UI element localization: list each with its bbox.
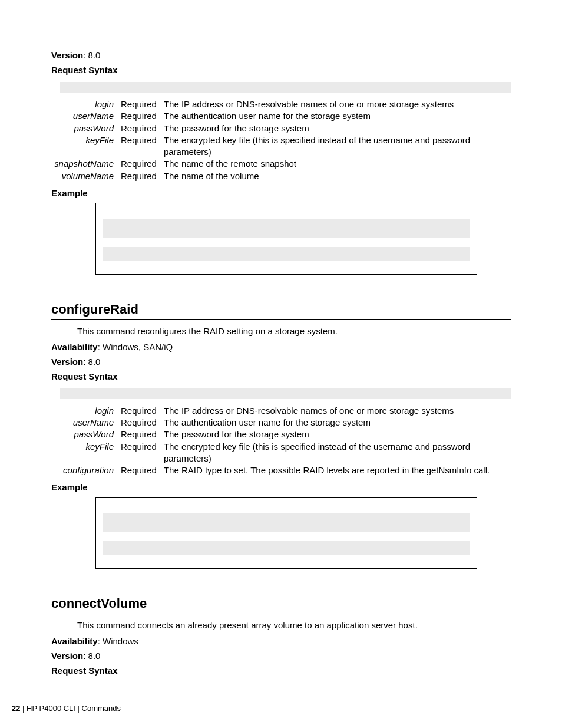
availability-value: : Windows, SAN/iQ	[98, 342, 173, 352]
table-row: userName Required The authentication use…	[51, 417, 496, 429]
table-row: passWord Required The password for the s…	[51, 123, 496, 134]
param-description: The password for the storage system	[160, 123, 496, 134]
version-value: : 8.0	[83, 651, 100, 661]
example-box	[95, 497, 477, 569]
example-placeholder-bar	[103, 219, 470, 238]
table-row: keyFile Required The encrypted key file …	[51, 441, 496, 465]
version-value: : 8.0	[83, 50, 100, 60]
table-row: snapshotName Required The name of the re…	[51, 158, 496, 170]
example-box	[95, 203, 477, 275]
param-description: The authentication user name for the sto…	[160, 417, 496, 429]
example-placeholder-bar	[103, 247, 470, 261]
param-name: login	[51, 405, 117, 417]
param-description: The RAID type to set. The possible RAID …	[160, 465, 496, 476]
param-required: Required	[117, 134, 160, 159]
param-description: The encrypted key file (this is specifie…	[160, 134, 496, 159]
version-line: Version: 8.0	[51, 357, 511, 367]
param-description: The encrypted key file (this is specifie…	[160, 441, 496, 465]
param-name: volumeName	[51, 170, 117, 182]
footer-sep: |	[75, 704, 82, 713]
availability-line: Availability: Windows	[51, 636, 511, 646]
example-label: Example	[51, 188, 511, 198]
param-description: The IP address or DNS-resolvable names o…	[160, 405, 496, 417]
param-required: Required	[117, 441, 160, 465]
section-heading-connectvolume: connectVolume	[51, 596, 511, 614]
param-description: The password for the storage system	[160, 429, 496, 440]
table-row: keyFile Required The encrypted key file …	[51, 134, 496, 159]
example-placeholder-bar	[103, 541, 470, 555]
version-label: Version	[51, 357, 83, 367]
param-description: The name of the remote snapshot	[160, 158, 496, 170]
table-row: login Required The IP address or DNS-res…	[51, 405, 496, 417]
table-row: volumeName Required The name of the volu…	[51, 170, 496, 182]
param-required: Required	[117, 123, 160, 134]
parameter-table: login Required The IP address or DNS-res…	[51, 405, 496, 477]
param-name: login	[51, 98, 117, 110]
syntax-placeholder-bar	[60, 82, 511, 93]
availability-line: Availability: Windows, SAN/iQ	[51, 342, 511, 352]
table-row: passWord Required The password for the s…	[51, 429, 496, 440]
footer-sep: |	[20, 704, 27, 713]
param-name: passWord	[51, 429, 117, 440]
request-syntax-label: Request Syntax	[51, 65, 511, 75]
param-name: userName	[51, 417, 117, 429]
version-value: : 8.0	[83, 357, 100, 367]
table-row: login Required The IP address or DNS-res…	[51, 98, 496, 110]
footer-product: HP P4000 CLI	[27, 704, 75, 713]
section-description: This command reconfigures the RAID setti…	[77, 326, 511, 336]
version-line: Version: 8.0	[51, 50, 511, 60]
footer-section: Commands	[82, 704, 121, 713]
syntax-placeholder-bar	[60, 388, 511, 399]
parameter-table: login Required The IP address or DNS-res…	[51, 98, 496, 182]
param-name: userName	[51, 110, 117, 122]
availability-label: Availability	[51, 636, 98, 646]
param-required: Required	[117, 405, 160, 417]
page-footer: 22 | HP P4000 CLI | Commands	[12, 704, 121, 713]
param-description: The name of the volume	[160, 170, 496, 182]
param-required: Required	[117, 98, 160, 110]
table-row: configuration Required The RAID type to …	[51, 465, 496, 476]
param-required: Required	[117, 158, 160, 170]
availability-label: Availability	[51, 342, 98, 352]
param-name: passWord	[51, 123, 117, 134]
request-syntax-label: Request Syntax	[51, 371, 511, 381]
param-description: The IP address or DNS-resolvable names o…	[160, 98, 496, 110]
param-description: The authentication user name for the sto…	[160, 110, 496, 122]
param-name: configuration	[51, 465, 117, 476]
param-name: snapshotName	[51, 158, 117, 170]
section-description: This command connects an already present…	[77, 620, 511, 630]
param-required: Required	[117, 170, 160, 182]
param-name: keyFile	[51, 441, 117, 465]
param-required: Required	[117, 429, 160, 440]
page-number: 22	[12, 704, 20, 713]
param-required: Required	[117, 465, 160, 476]
availability-value: : Windows	[98, 636, 138, 646]
param-required: Required	[117, 110, 160, 122]
section-heading-configureraid: configureRaid	[51, 302, 511, 320]
example-placeholder-bar	[103, 513, 470, 532]
table-row: userName Required The authentication use…	[51, 110, 496, 122]
version-label: Version	[51, 50, 83, 60]
example-label: Example	[51, 482, 511, 492]
request-syntax-label: Request Syntax	[51, 666, 511, 676]
version-line: Version: 8.0	[51, 651, 511, 661]
param-required: Required	[117, 417, 160, 429]
version-label: Version	[51, 651, 83, 661]
param-name: keyFile	[51, 134, 117, 159]
